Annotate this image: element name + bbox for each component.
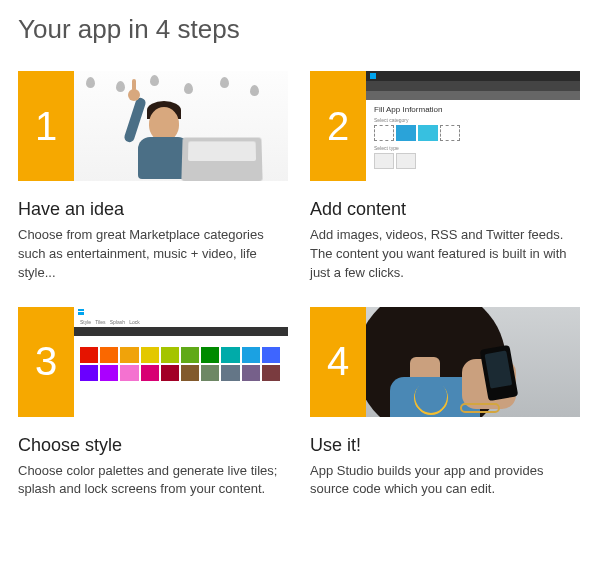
- color-swatch: [161, 347, 179, 363]
- lightbulb-icon: [220, 77, 229, 88]
- color-swatch: [201, 365, 219, 381]
- step-title: Choose style: [18, 435, 288, 456]
- style-palette-illustration: [74, 307, 288, 417]
- color-swatch: [181, 365, 199, 381]
- color-swatch: [221, 347, 239, 363]
- step-title: Have an idea: [18, 199, 288, 220]
- color-swatch: [262, 347, 280, 363]
- step-desc: Choose from great Marketplace categories…: [18, 226, 288, 283]
- color-swatch: [201, 347, 219, 363]
- color-swatch: [221, 365, 239, 381]
- phone-use-illustration: [366, 307, 580, 417]
- step-title: Add content: [310, 199, 580, 220]
- color-swatch: [100, 365, 118, 381]
- laptop-icon: [181, 138, 262, 181]
- step-thumb-4: 4: [310, 307, 580, 417]
- step-desc: App Studio builds your app and provides …: [310, 462, 580, 500]
- color-swatch: [242, 365, 260, 381]
- step-desc: Add images, videos, RSS and Twitter feed…: [310, 226, 580, 283]
- color-swatch: [181, 347, 199, 363]
- lightbulb-icon: [184, 83, 193, 94]
- color-swatch: [262, 365, 280, 381]
- idea-illustration: [74, 71, 288, 181]
- step-number-badge: 1: [18, 71, 74, 181]
- color-swatch: [242, 347, 260, 363]
- color-swatch: [141, 347, 159, 363]
- page-title: Your app in 4 steps: [18, 14, 582, 45]
- lightbulb-icon: [116, 81, 125, 92]
- color-swatch: [141, 365, 159, 381]
- color-swatch: [161, 365, 179, 381]
- step-number-badge: 2: [310, 71, 366, 181]
- windows-logo-icon: [78, 309, 84, 315]
- step-thumb-3: 3: [18, 307, 288, 417]
- color-swatch: [100, 347, 118, 363]
- windows-logo-icon: [370, 73, 376, 79]
- step-card-3: 3 Choose style Choose color palettes and…: [18, 307, 288, 500]
- content-form-illustration: [366, 71, 580, 181]
- step-card-1: 1 Have an idea Choose from great Marketp…: [18, 71, 288, 283]
- color-palette: [80, 347, 280, 381]
- step-thumb-2: 2: [310, 71, 580, 181]
- step-title: Use it!: [310, 435, 580, 456]
- step-desc: Choose color palettes and generate live …: [18, 462, 288, 500]
- lightbulb-icon: [86, 77, 95, 88]
- color-swatch: [80, 365, 98, 381]
- step-card-4: 4 Use it! App Studio builds your app and…: [310, 307, 580, 500]
- color-swatch: [120, 365, 138, 381]
- step-number-badge: 4: [310, 307, 366, 417]
- color-swatch: [120, 347, 138, 363]
- color-swatch: [80, 347, 98, 363]
- step-card-2: 2 Add content Add images, videos, RSS an…: [310, 71, 580, 283]
- step-number-badge: 3: [18, 307, 74, 417]
- lightbulb-icon: [250, 85, 259, 96]
- lightbulb-icon: [150, 75, 159, 86]
- steps-grid: 1 Have an idea Choose from great Marketp…: [18, 71, 582, 499]
- step-thumb-1: 1: [18, 71, 288, 181]
